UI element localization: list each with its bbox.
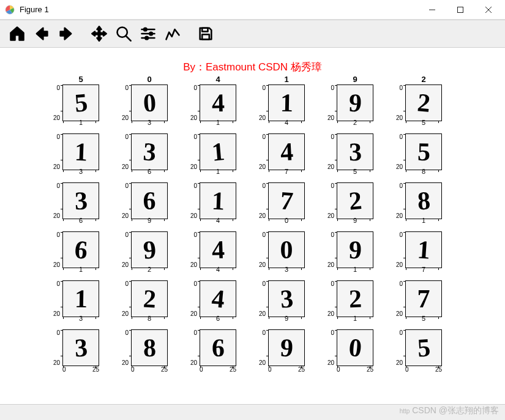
- subplot-cell: 02003: [255, 228, 323, 277]
- digit-glyph: 4: [279, 138, 293, 165]
- digit-glyph: 7: [279, 187, 294, 214]
- digit-image: 0: [268, 231, 305, 268]
- y-tick-labels: 020: [116, 182, 129, 219]
- digit-glyph: 3: [74, 188, 88, 214]
- column-header: 2: [405, 75, 442, 84]
- cell-xlabel: 1: [337, 266, 373, 273]
- cell-xlabel: 4: [200, 266, 236, 273]
- y-tick-labels: 020: [322, 182, 334, 219]
- digit-image: 1: [62, 280, 99, 317]
- y-tick-labels: 020: [116, 133, 129, 170]
- y-tick-labels: 020: [253, 84, 266, 121]
- y-tick-labels: 020: [322, 231, 334, 268]
- digit-image: 8: [131, 329, 168, 366]
- zoom-button[interactable]: [113, 23, 135, 45]
- y-tick-labels: 020: [391, 329, 403, 366]
- subplot-cell: 0205025: [392, 326, 460, 375]
- pan-button[interactable]: [88, 23, 110, 45]
- back-button[interactable]: [31, 23, 53, 45]
- subplot-cell: 02011: [186, 130, 255, 179]
- cell-xlabel: 3: [62, 168, 99, 175]
- figure-canvas[interactable]: By：Eastmount CSDN 杨秀璋 020551020003020441…: [0, 48, 505, 397]
- cell-xlabel: 4: [200, 217, 236, 224]
- digit-image: 9: [337, 84, 373, 121]
- y-tick-labels: 020: [391, 280, 403, 317]
- subplot-cell: 020114: [255, 81, 323, 130]
- y-tick-labels: 020: [253, 280, 266, 317]
- edit-axis-button[interactable]: [162, 23, 184, 45]
- digit-image: 2: [337, 280, 373, 317]
- cell-xlabel: 3: [268, 266, 305, 273]
- subplot-cell: 0208025: [118, 326, 186, 375]
- cell-xlabel: 7: [405, 266, 442, 273]
- subplot-cell: 02028: [118, 277, 186, 326]
- subplot-cell: 02058: [392, 130, 460, 179]
- digit-glyph: 2: [348, 187, 363, 214]
- cell-xlabel: 8: [405, 168, 442, 175]
- digit-image: 1: [62, 133, 99, 170]
- digit-glyph: 2: [348, 286, 362, 312]
- subplot-cell: 02075: [392, 277, 460, 326]
- y-tick-labels: 020: [48, 133, 60, 170]
- cell-xlabel: 1: [62, 119, 99, 126]
- cell-xlabel: 2: [337, 119, 373, 126]
- y-tick-labels: 020: [391, 231, 403, 268]
- digit-image: 0: [337, 329, 373, 366]
- digit-glyph: 3: [73, 334, 88, 361]
- svg-point-3: [144, 28, 147, 31]
- subplot-cell: 0206025: [186, 326, 255, 375]
- save-button[interactable]: [195, 23, 217, 45]
- home-button[interactable]: [6, 23, 28, 45]
- y-tick-labels: 020: [48, 231, 60, 268]
- subplot-cell: 0200025: [323, 326, 392, 375]
- y-tick-labels: 020: [322, 133, 334, 170]
- forward-button[interactable]: [55, 23, 77, 45]
- digit-image: 3: [62, 182, 99, 219]
- digit-glyph: 0: [280, 237, 293, 263]
- digit-image: 4: [200, 280, 236, 317]
- y-tick-labels: 020: [48, 280, 60, 317]
- cell-xlabel: 1: [200, 168, 236, 175]
- y-tick-labels: 020: [322, 329, 334, 366]
- y-tick-labels: 020: [185, 329, 197, 366]
- digit-glyph: 0: [142, 89, 156, 116]
- subplot-cell: 020225: [392, 81, 460, 130]
- cell-xlabel: 8: [131, 315, 168, 322]
- digit-glyph: 3: [279, 285, 294, 312]
- digit-image: 1: [200, 182, 236, 219]
- digit-image: 5: [405, 329, 442, 366]
- configure-button[interactable]: [137, 23, 159, 45]
- minimize-button[interactable]: [418, 1, 446, 19]
- svg-point-4: [149, 32, 152, 36]
- y-tick-labels: 020: [391, 182, 403, 219]
- subplot-cell: 0203025: [49, 326, 118, 375]
- digit-glyph: 4: [211, 90, 225, 116]
- maximize-button[interactable]: [446, 1, 474, 19]
- cell-xlabel: 1: [405, 217, 442, 224]
- close-button[interactable]: [474, 1, 503, 19]
- subplot-cell: 02081: [392, 179, 460, 228]
- cell-xlabel: 0: [268, 217, 305, 224]
- digit-image: 1: [200, 133, 236, 170]
- cell-xlabel: 3: [131, 119, 168, 126]
- digit-glyph: 6: [211, 335, 225, 361]
- digit-glyph: 8: [143, 335, 156, 361]
- cell-xlabel: 1: [337, 315, 373, 322]
- digit-glyph: 6: [73, 236, 89, 263]
- digit-glyph: 4: [211, 237, 225, 263]
- digit-image: 2: [337, 182, 373, 219]
- digit-glyph: 8: [416, 187, 430, 214]
- statusbar: [0, 404, 505, 420]
- cell-xlabel: 6: [62, 217, 99, 224]
- column-header: 0: [131, 75, 168, 84]
- digit-image: 3: [337, 133, 373, 170]
- y-tick-labels: 020: [48, 182, 60, 219]
- y-tick-labels: 020: [322, 84, 334, 121]
- y-tick-labels: 020: [253, 182, 266, 219]
- cell-xlabel: 6: [131, 168, 168, 175]
- digit-glyph: 6: [143, 188, 156, 214]
- digit-image: 5: [405, 133, 442, 170]
- cell-xlabel: 9: [131, 217, 168, 224]
- y-tick-labels: 020: [116, 84, 129, 121]
- digit-glyph: 7: [417, 286, 430, 312]
